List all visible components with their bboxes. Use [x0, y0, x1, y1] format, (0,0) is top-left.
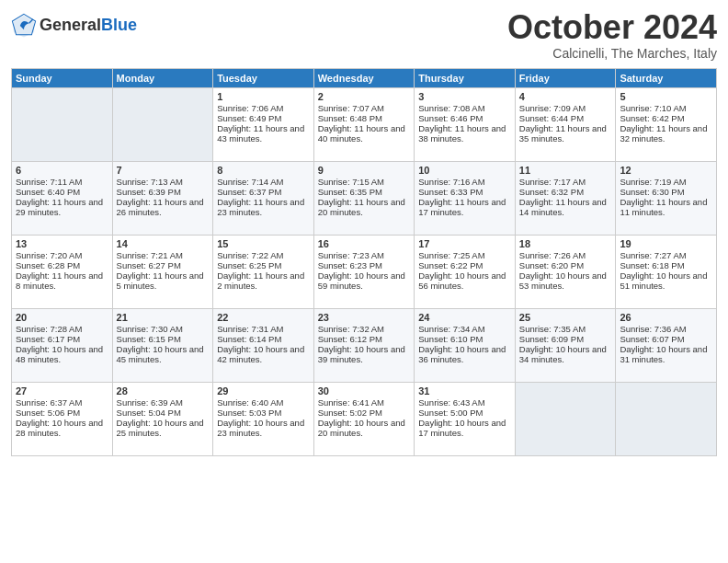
sunset-text: Sunset: 6:30 PM [620, 187, 684, 197]
daylight-text: Daylight: 10 hours and 23 minutes. [217, 418, 304, 438]
sunrise-text: Sunrise: 7:25 AM [418, 250, 484, 260]
daylight-text: Daylight: 11 hours and 35 minutes. [519, 123, 607, 144]
daylight-text: Daylight: 10 hours and 51 minutes. [620, 270, 707, 291]
day-number: 15 [217, 238, 310, 249]
daylight-text: Daylight: 10 hours and 28 minutes. [16, 418, 103, 438]
table-row: 30Sunrise: 6:41 AMSunset: 5:02 PMDayligh… [313, 382, 415, 455]
sunrise-text: Sunrise: 7:21 AM [117, 250, 183, 260]
table-row: 25Sunrise: 7:35 AMSunset: 6:09 PMDayligh… [515, 308, 616, 382]
daylight-text: Daylight: 10 hours and 31 minutes. [620, 344, 707, 364]
th-sunday: Sunday [12, 68, 113, 87]
table-row: 11Sunrise: 7:17 AMSunset: 6:32 PMDayligh… [515, 161, 616, 235]
table-row: 31Sunrise: 6:43 AMSunset: 5:00 PMDayligh… [415, 382, 516, 455]
sunset-text: Sunset: 5:03 PM [217, 408, 281, 418]
daylight-text: Daylight: 10 hours and 25 minutes. [117, 418, 204, 438]
sunset-text: Sunset: 6:39 PM [117, 187, 181, 197]
table-row: 14Sunrise: 7:21 AMSunset: 6:27 PMDayligh… [112, 235, 213, 308]
sunset-text: Sunset: 6:12 PM [318, 334, 382, 344]
day-number: 27 [16, 385, 108, 396]
th-friday: Friday [515, 68, 616, 87]
sunrise-text: Sunrise: 6:41 AM [318, 397, 384, 408]
table-row [515, 382, 616, 455]
sunrise-text: Sunrise: 7:15 AM [318, 177, 384, 187]
day-number: 22 [217, 312, 310, 323]
sunrise-text: Sunrise: 7:32 AM [318, 324, 384, 334]
location-subtitle: Calcinelli, The Marches, Italy [507, 46, 717, 61]
table-row: 2Sunrise: 7:07 AMSunset: 6:48 PMDaylight… [313, 87, 415, 161]
sunrise-text: Sunrise: 7:23 AM [318, 250, 384, 260]
day-number: 5 [620, 91, 712, 102]
daylight-text: Daylight: 11 hours and 38 minutes. [418, 123, 506, 144]
daylight-text: Daylight: 11 hours and 26 minutes. [117, 197, 204, 217]
sunrise-text: Sunrise: 6:40 AM [217, 397, 283, 408]
calendar-table: Sunday Monday Tuesday Wednesday Thursday… [11, 68, 717, 456]
sunrise-text: Sunrise: 7:30 AM [117, 324, 183, 334]
th-tuesday: Tuesday [213, 68, 314, 87]
table-row: 24Sunrise: 7:34 AMSunset: 6:10 PMDayligh… [415, 308, 516, 382]
daylight-text: Daylight: 11 hours and 40 minutes. [318, 123, 405, 144]
sunset-text: Sunset: 5:00 PM [418, 408, 483, 418]
calendar-container: GeneralBlue October 2024 Calcinelli, The… [0, 0, 728, 464]
table-row: 4Sunrise: 7:09 AMSunset: 6:44 PMDaylight… [515, 87, 616, 161]
table-row [112, 87, 213, 161]
sunset-text: Sunset: 6:20 PM [519, 260, 584, 270]
sunset-text: Sunset: 6:37 PM [217, 187, 281, 197]
th-saturday: Saturday [616, 68, 717, 87]
daylight-text: Daylight: 11 hours and 32 minutes. [620, 123, 707, 144]
table-row: 10Sunrise: 7:16 AMSunset: 6:33 PMDayligh… [415, 161, 516, 235]
daylight-text: Daylight: 11 hours and 14 minutes. [519, 197, 607, 217]
calendar-week-row: 1Sunrise: 7:06 AMSunset: 6:49 PMDaylight… [12, 87, 717, 161]
sunrise-text: Sunrise: 7:26 AM [519, 250, 586, 260]
table-row: 19Sunrise: 7:27 AMSunset: 6:18 PMDayligh… [616, 235, 717, 308]
sunset-text: Sunset: 5:02 PM [318, 408, 382, 418]
sunset-text: Sunset: 6:32 PM [519, 187, 584, 197]
calendar-header-row: Sunday Monday Tuesday Wednesday Thursday… [12, 68, 717, 87]
table-row: 17Sunrise: 7:25 AMSunset: 6:22 PMDayligh… [415, 235, 516, 308]
table-row: 16Sunrise: 7:23 AMSunset: 6:23 PMDayligh… [313, 235, 415, 308]
day-number: 21 [117, 312, 210, 323]
logo-general: General [40, 16, 101, 34]
daylight-text: Daylight: 11 hours and 29 minutes. [16, 197, 103, 217]
daylight-text: Daylight: 10 hours and 34 minutes. [519, 344, 607, 364]
daylight-text: Daylight: 11 hours and 23 minutes. [217, 197, 304, 217]
sunrise-text: Sunrise: 7:14 AM [217, 177, 283, 187]
sunset-text: Sunset: 6:44 PM [519, 113, 584, 123]
table-row [616, 382, 717, 455]
daylight-text: Daylight: 10 hours and 53 minutes. [519, 270, 607, 291]
calendar-week-row: 6Sunrise: 7:11 AMSunset: 6:40 PMDaylight… [12, 161, 717, 235]
header: GeneralBlue October 2024 Calcinelli, The… [11, 9, 717, 61]
table-row: 21Sunrise: 7:30 AMSunset: 6:15 PMDayligh… [112, 308, 213, 382]
th-wednesday: Wednesday [313, 68, 415, 87]
sunrise-text: Sunrise: 7:28 AM [16, 324, 82, 334]
daylight-text: Daylight: 11 hours and 43 minutes. [217, 123, 304, 144]
sunset-text: Sunset: 6:27 PM [117, 260, 181, 270]
day-number: 6 [16, 165, 108, 176]
daylight-text: Daylight: 10 hours and 48 minutes. [16, 344, 103, 364]
day-number: 13 [16, 238, 108, 249]
day-number: 29 [217, 385, 310, 396]
table-row: 23Sunrise: 7:32 AMSunset: 6:12 PMDayligh… [313, 308, 415, 382]
sunset-text: Sunset: 6:15 PM [117, 334, 181, 344]
table-row: 15Sunrise: 7:22 AMSunset: 6:25 PMDayligh… [213, 235, 314, 308]
sunrise-text: Sunrise: 7:36 AM [620, 324, 686, 334]
day-number: 3 [418, 91, 511, 102]
sunset-text: Sunset: 6:07 PM [620, 334, 684, 344]
sunrise-text: Sunrise: 7:31 AM [217, 324, 283, 334]
sunrise-text: Sunrise: 7:20 AM [16, 250, 82, 260]
day-number: 28 [117, 385, 210, 396]
day-number: 18 [519, 238, 612, 249]
calendar-week-row: 27Sunrise: 6:37 AMSunset: 5:06 PMDayligh… [12, 382, 717, 455]
table-row: 20Sunrise: 7:28 AMSunset: 6:17 PMDayligh… [12, 308, 113, 382]
th-monday: Monday [112, 68, 213, 87]
day-number: 11 [519, 165, 612, 176]
sunset-text: Sunset: 5:04 PM [117, 408, 181, 418]
sunrise-text: Sunrise: 6:37 AM [16, 397, 82, 408]
day-number: 14 [117, 238, 210, 249]
day-number: 9 [318, 165, 411, 176]
sunset-text: Sunset: 6:42 PM [620, 113, 684, 123]
day-number: 20 [16, 312, 108, 323]
sunset-text: Sunset: 6:48 PM [318, 113, 382, 123]
sunrise-text: Sunrise: 7:07 AM [318, 103, 384, 113]
sunset-text: Sunset: 6:40 PM [16, 187, 80, 197]
table-row: 18Sunrise: 7:26 AMSunset: 6:20 PMDayligh… [515, 235, 616, 308]
